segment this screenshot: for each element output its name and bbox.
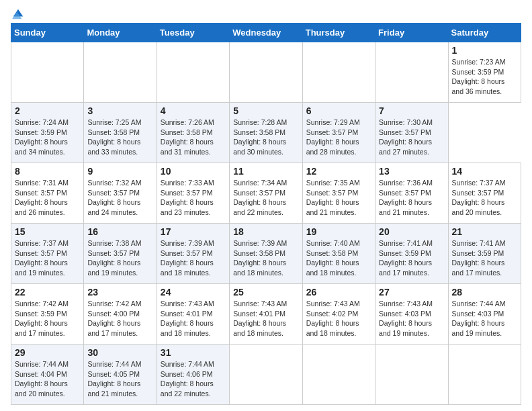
- day-info: Sunrise: 7:44 AMSunset: 4:03 PMDaylight:…: [452, 300, 506, 337]
- day-info: Sunrise: 7:29 AMSunset: 3:57 PMDaylight:…: [306, 118, 360, 156]
- day-number: 19: [306, 226, 371, 237]
- day-number: 22: [15, 287, 80, 298]
- calendar-cell-day-21: 21 Sunrise: 7:41 AMSunset: 3:59 PMDaylig…: [448, 224, 521, 284]
- day-info: Sunrise: 7:39 AMSunset: 3:57 PMDaylight:…: [161, 239, 214, 277]
- day-info: Sunrise: 7:37 AMSunset: 3:57 PMDaylight:…: [452, 179, 506, 216]
- day-number: 25: [233, 287, 298, 298]
- day-number: 30: [87, 347, 152, 358]
- day-info: Sunrise: 7:30 AMSunset: 3:57 PMDaylight:…: [379, 118, 433, 156]
- empty-cell: [448, 345, 521, 405]
- empty-cell: [84, 42, 157, 103]
- column-header-sunday: Sunday: [11, 24, 84, 42]
- day-number: 6: [306, 105, 371, 116]
- calendar-cell-day-12: 12 Sunrise: 7:35 AMSunset: 3:57 PMDaylig…: [302, 163, 375, 224]
- day-info: Sunrise: 7:23 AMSunset: 3:59 PMDaylight:…: [452, 58, 506, 95]
- calendar-header-row: SundayMondayTuesdayWednesdayThursdayFrid…: [11, 24, 521, 42]
- day-number: 31: [161, 347, 226, 358]
- calendar-cell-day-6: 6 Sunrise: 7:29 AMSunset: 3:57 PMDayligh…: [302, 103, 375, 163]
- calendar-table: SundayMondayTuesdayWednesdayThursdayFrid…: [11, 23, 521, 405]
- calendar-cell-day-13: 13 Sunrise: 7:36 AMSunset: 3:57 PMDaylig…: [375, 163, 448, 224]
- day-number: 24: [161, 287, 226, 298]
- day-info: Sunrise: 7:26 AMSunset: 3:58 PMDaylight:…: [161, 118, 214, 156]
- calendar-cell-day-24: 24 Sunrise: 7:43 AMSunset: 4:01 PMDaylig…: [157, 284, 229, 345]
- calendar-cell-day-3: 3 Sunrise: 7:25 AMSunset: 3:58 PMDayligh…: [84, 103, 157, 163]
- empty-cell: [375, 42, 448, 103]
- week-row-5: 22 Sunrise: 7:42 AMSunset: 3:59 PMDaylig…: [11, 284, 521, 345]
- day-info: Sunrise: 7:24 AMSunset: 3:59 PMDaylight:…: [15, 118, 69, 156]
- day-info: Sunrise: 7:31 AMSunset: 3:57 PMDaylight:…: [15, 179, 69, 216]
- column-header-monday: Monday: [84, 24, 157, 42]
- day-number: 28: [452, 287, 517, 298]
- day-info: Sunrise: 7:43 AMSunset: 4:01 PMDaylight:…: [233, 300, 287, 337]
- calendar-cell-day-14: 14 Sunrise: 7:37 AMSunset: 3:57 PMDaylig…: [448, 163, 521, 224]
- column-header-thursday: Thursday: [302, 24, 375, 42]
- day-info: Sunrise: 7:43 AMSunset: 4:01 PMDaylight:…: [161, 300, 214, 337]
- day-number: 1: [452, 45, 517, 56]
- day-info: Sunrise: 7:44 AMSunset: 4:05 PMDaylight:…: [87, 360, 141, 398]
- day-info: Sunrise: 7:41 AMSunset: 3:59 PMDaylight:…: [452, 239, 506, 277]
- empty-cell: [11, 42, 84, 103]
- calendar-cell-day-20: 20 Sunrise: 7:41 AMSunset: 3:59 PMDaylig…: [375, 224, 448, 284]
- calendar-cell-day-15: 15 Sunrise: 7:37 AMSunset: 3:57 PMDaylig…: [11, 224, 84, 284]
- calendar-cell-day-22: 22 Sunrise: 7:42 AMSunset: 3:59 PMDaylig…: [11, 284, 84, 345]
- page-header: [11, 11, 521, 17]
- calendar-cell-day-28: 28 Sunrise: 7:44 AMSunset: 4:03 PMDaylig…: [448, 284, 521, 345]
- day-number: 10: [161, 166, 226, 177]
- day-number: 29: [15, 347, 80, 358]
- calendar-cell-day-23: 23 Sunrise: 7:42 AMSunset: 4:00 PMDaylig…: [84, 284, 157, 345]
- day-info: Sunrise: 7:34 AMSunset: 3:57 PMDaylight:…: [233, 179, 287, 216]
- day-number: 18: [233, 226, 298, 237]
- day-info: Sunrise: 7:42 AMSunset: 3:59 PMDaylight:…: [15, 300, 69, 337]
- day-number: 14: [452, 166, 517, 177]
- day-info: Sunrise: 7:25 AMSunset: 3:58 PMDaylight:…: [87, 118, 141, 156]
- day-info: Sunrise: 7:44 AMSunset: 4:06 PMDaylight:…: [161, 360, 214, 398]
- day-number: 12: [306, 166, 371, 177]
- calendar-cell-day-9: 9 Sunrise: 7:32 AMSunset: 3:57 PMDayligh…: [84, 163, 157, 224]
- logo: [11, 11, 24, 17]
- week-row-3: 8 Sunrise: 7:31 AMSunset: 3:57 PMDayligh…: [11, 163, 521, 224]
- calendar-cell-day-7: 7 Sunrise: 7:30 AMSunset: 3:57 PMDayligh…: [375, 103, 448, 163]
- calendar-cell-day-31: 31 Sunrise: 7:44 AMSunset: 4:06 PMDaylig…: [157, 345, 229, 405]
- day-info: Sunrise: 7:35 AMSunset: 3:57 PMDaylight:…: [306, 179, 360, 216]
- calendar-cell-day-11: 11 Sunrise: 7:34 AMSunset: 3:57 PMDaylig…: [230, 163, 302, 224]
- week-row-2: 2 Sunrise: 7:24 AMSunset: 3:59 PMDayligh…: [11, 103, 521, 163]
- day-number: 23: [87, 287, 152, 298]
- empty-cell: [230, 42, 302, 103]
- day-number: 8: [15, 166, 80, 177]
- calendar-cell-day-27: 27 Sunrise: 7:43 AMSunset: 4:03 PMDaylig…: [375, 284, 448, 345]
- column-header-saturday: Saturday: [448, 24, 521, 42]
- day-info: Sunrise: 7:38 AMSunset: 3:57 PMDaylight:…: [87, 239, 141, 277]
- day-info: Sunrise: 7:42 AMSunset: 4:00 PMDaylight:…: [87, 300, 141, 337]
- calendar-cell-day-5: 5 Sunrise: 7:28 AMSunset: 3:58 PMDayligh…: [230, 103, 302, 163]
- calendar-cell-day-18: 18 Sunrise: 7:39 AMSunset: 3:58 PMDaylig…: [230, 224, 302, 284]
- column-header-tuesday: Tuesday: [157, 24, 229, 42]
- day-number: 15: [15, 226, 80, 237]
- empty-cell: [157, 42, 229, 103]
- week-row-4: 15 Sunrise: 7:37 AMSunset: 3:57 PMDaylig…: [11, 224, 521, 284]
- day-info: Sunrise: 7:44 AMSunset: 4:04 PMDaylight:…: [15, 360, 69, 398]
- day-info: Sunrise: 7:37 AMSunset: 3:57 PMDaylight:…: [15, 239, 69, 277]
- day-info: Sunrise: 7:43 AMSunset: 4:03 PMDaylight:…: [379, 300, 433, 337]
- column-header-friday: Friday: [375, 24, 448, 42]
- day-number: 27: [379, 287, 444, 298]
- day-number: 13: [379, 166, 444, 177]
- calendar-cell-day-19: 19 Sunrise: 7:40 AMSunset: 3:58 PMDaylig…: [302, 224, 375, 284]
- logo-icon: [12, 8, 24, 20]
- day-info: Sunrise: 7:28 AMSunset: 3:58 PMDaylight:…: [233, 118, 287, 156]
- day-number: 7: [379, 105, 444, 116]
- day-number: 11: [233, 166, 298, 177]
- day-number: 26: [306, 287, 371, 298]
- empty-cell: [230, 345, 302, 405]
- day-info: Sunrise: 7:41 AMSunset: 3:59 PMDaylight:…: [379, 239, 433, 277]
- day-number: 20: [379, 226, 444, 237]
- day-info: Sunrise: 7:36 AMSunset: 3:57 PMDaylight:…: [379, 179, 433, 216]
- calendar-cell-day-2: 2 Sunrise: 7:24 AMSunset: 3:59 PMDayligh…: [11, 103, 84, 163]
- day-number: 9: [87, 166, 152, 177]
- week-row-1: 1 Sunrise: 7:23 AMSunset: 3:59 PMDayligh…: [11, 42, 521, 103]
- day-info: Sunrise: 7:40 AMSunset: 3:58 PMDaylight:…: [306, 239, 360, 277]
- column-header-wednesday: Wednesday: [230, 24, 302, 42]
- day-number: 5: [233, 105, 298, 116]
- calendar-cell-day-1: 1 Sunrise: 7:23 AMSunset: 3:59 PMDayligh…: [448, 42, 521, 103]
- calendar-cell-day-16: 16 Sunrise: 7:38 AMSunset: 3:57 PMDaylig…: [84, 224, 157, 284]
- calendar-cell-day-10: 10 Sunrise: 7:33 AMSunset: 3:57 PMDaylig…: [157, 163, 229, 224]
